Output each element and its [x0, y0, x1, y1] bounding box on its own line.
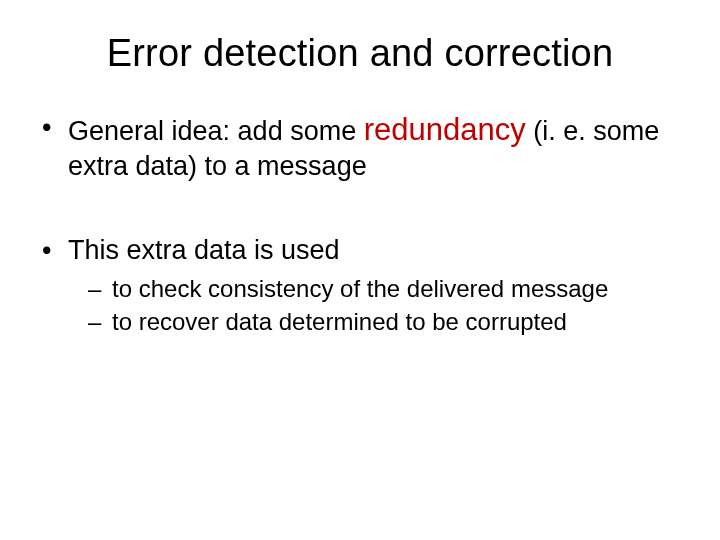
slide-title: Error detection and correction — [40, 32, 680, 75]
bullet-keyword: redundancy — [364, 112, 526, 147]
slide: Error detection and correction General i… — [0, 0, 720, 540]
sub-bullet-list: to check consistency of the delivered me… — [88, 273, 680, 337]
bullet-text: This extra data is used — [68, 235, 340, 265]
bullet-list: General idea: add some redundancy (i. e.… — [40, 111, 680, 338]
bullet-item: This extra data is used to check consist… — [40, 234, 680, 338]
sub-bullet-item: to recover data determined to be corrupt… — [88, 306, 680, 337]
sub-bullet-item: to check consistency of the delivered me… — [88, 273, 680, 304]
bullet-text-prefix: General idea: add some — [68, 116, 364, 146]
bullet-item: General idea: add some redundancy (i. e.… — [40, 111, 680, 184]
